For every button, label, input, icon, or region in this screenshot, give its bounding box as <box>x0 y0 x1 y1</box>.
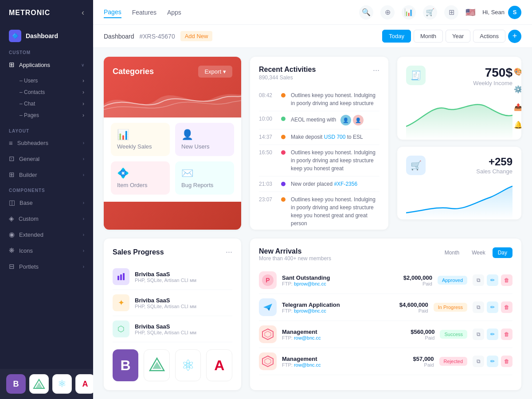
activities-dots-menu[interactable]: ··· <box>373 66 379 75</box>
cart-icon[interactable]: 🛒 <box>423 5 437 20</box>
notify-icon[interactable]: 🔔 <box>512 118 521 132</box>
sidebar-item-portlets[interactable]: ⊟ Portlets › <box>0 258 93 274</box>
mgmt1-price: $560,000 <box>399 329 434 335</box>
mgmt2-edit-icon[interactable]: ✏ <box>487 356 498 367</box>
settings-icon[interactable]: ⚙️ <box>512 83 521 96</box>
sant-edit-icon[interactable]: ✏ <box>487 274 498 286</box>
recent-activities-card: Recent Activities 890,344 Sales ··· 08:4… <box>250 57 388 230</box>
telegram-ftp: FTP: bprow@bnc.cc <box>282 308 387 313</box>
svg-rect-2 <box>117 276 119 280</box>
chat-chevron: › <box>82 101 84 107</box>
new-users-label: New Users <box>181 143 228 150</box>
activity-time-0842: 08:42 <box>259 91 276 98</box>
topnav-links: Pages Features Apps <box>104 7 181 18</box>
bug-reports-card: ✉️ Bug Reports <box>175 161 234 195</box>
activity-dot-purple-2103 <box>281 182 286 186</box>
sant-info: Sant Outstanding FTP: bprow@bnc.cc <box>282 274 391 286</box>
base-label: Base <box>20 200 33 206</box>
sales-change-card: 🛒 +259 Sales Change <box>397 147 521 219</box>
vue-bottom-logo[interactable] <box>144 349 170 381</box>
arrivals-tab-day[interactable]: Day <box>493 247 512 258</box>
sant-copy-icon[interactable]: ⧉ <box>473 274 484 286</box>
topnav-pages[interactable]: Pages <box>104 7 121 18</box>
user-avatar[interactable]: S <box>508 6 521 19</box>
mgmt1-edit-icon[interactable]: ✏ <box>487 329 498 340</box>
topnav-features[interactable]: Features <box>132 7 156 18</box>
chart-icon[interactable]: 📊 <box>402 5 416 20</box>
arrivals-tab-week[interactable]: Week <box>466 247 490 258</box>
grid-icon[interactable]: ⊞ <box>444 5 458 20</box>
sidebar-sub-users[interactable]: – Users › <box>20 75 93 86</box>
sidebar-collapse-icon[interactable]: ‹ <box>82 8 84 17</box>
arrivals-tab-month[interactable]: Month <box>439 247 465 258</box>
actions-button[interactable]: Actions <box>473 30 505 43</box>
activity-dot-orange-1437 <box>281 135 286 139</box>
sidebar-item-base[interactable]: ◫ Base › <box>0 195 93 211</box>
send-icon[interactable]: 📤 <box>512 101 521 114</box>
sidebar-dashboard-item[interactable]: 🔷 Dashboard <box>0 25 93 45</box>
telegram-copy-icon[interactable]: ⧉ <box>473 301 484 313</box>
sidebar-sub-pages[interactable]: – Pages › <box>20 110 93 121</box>
income-amount: 750$ <box>473 66 512 80</box>
activity-time-1650: 16:50 <box>259 149 276 156</box>
today-button[interactable]: Today <box>382 30 411 43</box>
activity-text-1000: AEOL meeting with 👤 👤 <box>291 115 379 125</box>
export-button[interactable]: Export ▾ <box>198 66 232 78</box>
sales-progress-dots[interactable]: ··· <box>226 247 232 257</box>
network-icon[interactable]: ⊕ <box>380 5 395 20</box>
react-logo[interactable]: ⚛ <box>52 374 72 394</box>
flag-icon[interactable]: 🇺🇸 <box>466 8 475 17</box>
applications-submenu: – Users › – Contacts › – Chat › – Pages … <box>0 73 93 123</box>
mgmt2-copy-icon[interactable]: ⧉ <box>473 356 484 367</box>
angular-bottom-logo[interactable]: A <box>206 349 232 381</box>
progress-logo-0 <box>113 268 129 285</box>
add-circle-button[interactable]: + <box>508 30 521 43</box>
bootstrap-logo[interactable]: B <box>6 374 26 394</box>
sant-logo: P <box>259 271 277 289</box>
topnav-apps[interactable]: Apps <box>167 7 181 18</box>
sidebar-item-builder[interactable]: ⊞ Builder › <box>0 167 93 183</box>
year-button[interactable]: Year <box>446 30 470 43</box>
mgmt2-delete-icon[interactable]: 🗑 <box>501 356 512 367</box>
sidebar-item-applications[interactable]: ⊞ Applications ∨ <box>0 57 93 73</box>
angular-logo[interactable]: A <box>75 374 93 394</box>
custom-section-label: CUSTOM <box>0 45 93 57</box>
activity-text-0842: Outlines keep you honest. Indulging in p… <box>291 91 379 107</box>
sidebar-item-general[interactable]: ⊡ General › <box>0 151 93 167</box>
sidebar: METRONIC ‹ 🔷 Dashboard CUSTOM ⊞ Applicat… <box>0 0 93 399</box>
sidebar-item-icons[interactable]: ❋ Icons › <box>0 243 93 258</box>
layout-section-label: LAYOUT <box>0 123 93 135</box>
react-bottom-logo[interactable]: ⚛ <box>175 349 201 381</box>
top-navigation: Pages Features Apps 🔍 ⊕ 📊 🛒 ⊞ 🇺🇸 Hi, Sea… <box>93 0 532 25</box>
extended-left: ◉ Extended <box>9 231 43 239</box>
vue-logo[interactable] <box>29 374 49 394</box>
sidebar-item-extended[interactable]: ◉ Extended › <box>0 227 93 243</box>
activity-dot-orange-2307 <box>281 197 286 202</box>
categories-title: Categories <box>113 67 154 76</box>
sidebar-item-custom[interactable]: ◈ Custom › <box>0 211 93 227</box>
sidebar-sub-contacts[interactable]: – Contacts › <box>20 86 93 98</box>
arrivals-title-group: New Arrivals More than 400+ new members <box>259 247 331 262</box>
progress-info-1: Briviba SaaS PHP, SQLite, Artisan CLI мм <box>135 297 232 309</box>
telegram-edit-icon[interactable]: ✏ <box>487 301 498 313</box>
sidebar-item-subheaders[interactable]: ≡ Subheaders › <box>0 135 93 151</box>
palette-icon[interactable]: 🎨 <box>512 65 521 78</box>
mgmt1-status: Paid <box>399 335 434 340</box>
add-new-button[interactable]: Add New <box>180 31 213 41</box>
sales-icon: 🛒 <box>406 156 426 175</box>
sidebar-sub-chat[interactable]: – Chat › <box>20 98 93 110</box>
builder-icon: ⊞ <box>9 171 15 179</box>
new-users-icon: 👤 <box>181 129 228 141</box>
dashboard-label: Dashboard <box>26 32 58 39</box>
telegram-amount: $4,600,000 Paid <box>393 301 428 313</box>
svg-rect-4 <box>123 273 125 280</box>
bootstrap-bottom-logo[interactable]: B <box>113 349 138 381</box>
search-icon[interactable]: 🔍 <box>359 5 373 20</box>
subheader-right: Today Month Year Actions + <box>382 30 521 43</box>
telegram-delete-icon[interactable]: 🗑 <box>501 301 512 313</box>
sant-delete-icon[interactable]: 🗑 <box>501 274 512 286</box>
mgmt1-copy-icon[interactable]: ⧉ <box>473 329 484 340</box>
mgmt1-delete-icon[interactable]: 🗑 <box>501 329 512 340</box>
month-button[interactable]: Month <box>414 30 443 43</box>
activity-text-1650: Outlines keep you honest. Indulging in p… <box>291 149 379 172</box>
